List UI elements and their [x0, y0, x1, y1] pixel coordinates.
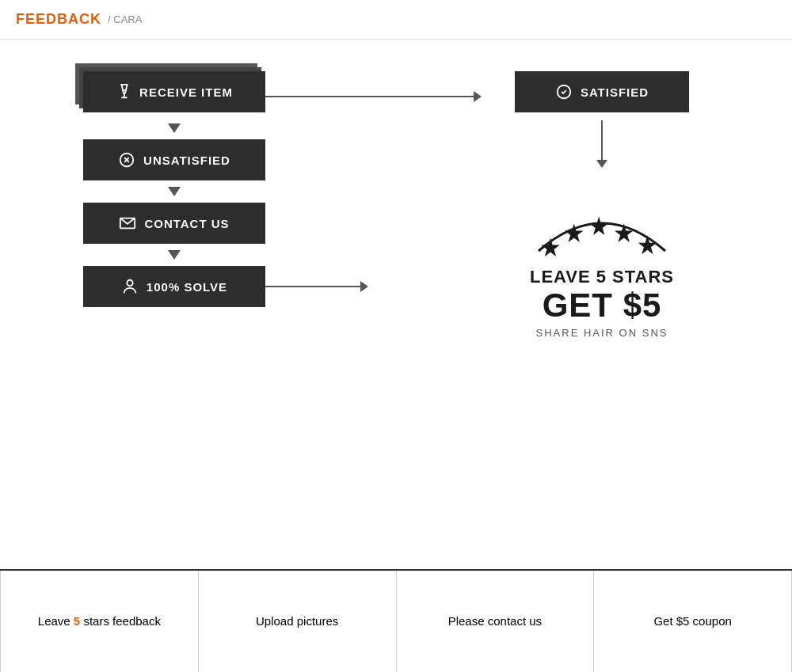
left-flowchart: RECEIVE ITEM UNSATISFIED [63, 63, 285, 307]
satisfied-label: SATISFIED [581, 85, 649, 99]
header-subtitle: / CARA [108, 13, 142, 25]
bottom-item-1-text: Leave 5 stars feedback [38, 613, 161, 631]
svg-point-6 [127, 280, 132, 286]
satisfied-box: SATISFIED [515, 71, 689, 112]
contact-us-box: CONTACT US [83, 203, 265, 244]
stars-feedback-text: stars feedback [83, 614, 161, 628]
leave-text: Leave [38, 614, 74, 628]
bottom-bar: Leave 5 stars feedback Upload pictures P… [0, 569, 792, 672]
solve-arrow-right [265, 281, 368, 292]
svg-marker-11 [615, 224, 633, 242]
arrow-down-3 [168, 250, 181, 260]
solve-label: 100% SOLVE [147, 280, 227, 294]
contact-us-label: CONTACT US [144, 217, 229, 230]
check-circle-icon [555, 83, 573, 101]
get-coupon-label: Get $5 coupon [653, 613, 731, 631]
bottom-item-3: Please contact us [397, 571, 595, 672]
upload-pictures-label: Upload pictures [256, 613, 338, 631]
receive-item-box: RECEIVE ITEM [75, 63, 273, 117]
arrow-down-satisfied [601, 120, 603, 160]
bottom-item-2: Upload pictures [199, 571, 397, 672]
get5-text: GET $5 [543, 287, 662, 324]
svg-marker-10 [590, 217, 608, 235]
bottom-item-4: Get $5 coupon [594, 571, 792, 672]
svg-marker-12 [638, 236, 657, 254]
bottom-item-1: Leave 5 stars feedback [0, 571, 199, 672]
header-title: FEEDBACK [16, 11, 101, 28]
leave5stars-text: LEAVE 5 STARS [530, 267, 674, 287]
please-contact-us-label: Please contact us [448, 613, 542, 631]
arrow-down-2 [168, 187, 181, 196]
header: FEEDBACK / CARA [0, 0, 792, 40]
receive-to-satisfied-arrow [260, 91, 482, 102]
solve-box: 100% SOLVE [83, 266, 265, 307]
unsatisfied-label: UNSATISFIED [143, 154, 230, 167]
arrow-down-1 [168, 123, 181, 133]
wine-glass-icon [116, 83, 133, 101]
stars-reward: LEAVE 5 STARS GET $5 SHARE HAIR ON SNS [515, 192, 689, 339]
solve-box-wrapper: 100% SOLVE [83, 266, 265, 307]
stars-arc-svg [515, 192, 689, 263]
share-hair-text: SHARE HAIR ON SNS [536, 327, 668, 339]
number-5: 5 [74, 614, 80, 628]
unsatisfied-box: UNSATISFIED [83, 139, 265, 180]
person-icon [121, 278, 139, 295]
x-circle-icon [118, 151, 135, 169]
mail-icon [119, 215, 136, 232]
receive-item-label: RECEIVE ITEM [139, 85, 233, 99]
right-flowchart: SATISFIED [475, 71, 729, 339]
